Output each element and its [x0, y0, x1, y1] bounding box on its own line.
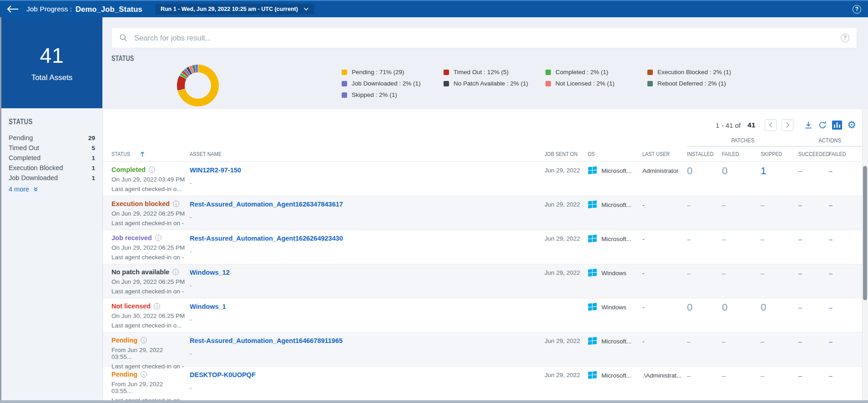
- patches-skipped: –: [761, 230, 764, 243]
- legend-swatch: [444, 70, 449, 75]
- actions-failed: –: [829, 367, 833, 379]
- last-user: -: [642, 298, 687, 332]
- vertical-scrollbar[interactable]: [862, 109, 868, 403]
- asset-cell: Rest-Assured_Automation_Agent16263478436…: [190, 196, 545, 230]
- column-header-asset-name: ASSET NAME: [190, 151, 545, 157]
- total-assets-value: 41: [40, 43, 64, 68]
- asset-cell: Rest-Assured_Automation_Agent16466789119…: [190, 332, 545, 370]
- os-cell: Microsoft...: [588, 196, 642, 230]
- status-chart-panel: STATUS Pending : 71% (29)Timed Out : 12%…: [103, 48, 868, 109]
- os-icon-wrap: [588, 337, 597, 370]
- legend-item: No Patch Available : 2% (1): [444, 79, 545, 88]
- info-icon[interactable]: i: [172, 269, 179, 275]
- asset-link[interactable]: Rest-Assured_Automation_Agent16263478436…: [190, 201, 343, 208]
- back-button[interactable]: [6, 5, 19, 13]
- refresh-button[interactable]: [818, 121, 827, 130]
- actions-failed: –: [829, 298, 833, 311]
- windows-logo-icon: [588, 200, 597, 209]
- asset-link[interactable]: Windows_12: [190, 269, 230, 276]
- legend-label: Pending : 71% (29): [352, 69, 404, 76]
- status-cell: Job receivediOn Jun 29, 2022 06:25 PMLas…: [103, 230, 190, 264]
- table-row: CompletediOn Jun 29, 2022 03:49 PMLast a…: [103, 162, 868, 196]
- legend-item: Completed : 2% (1): [545, 67, 647, 77]
- download-button[interactable]: [804, 121, 813, 130]
- asset-cell: DESKTOP-K0UOPQF-: [190, 367, 545, 403]
- actions-succeeded: –: [798, 230, 802, 243]
- run-selector[interactable]: Run 1 - Wed, Jun 29, 2022 10:25 am - UTC…: [155, 4, 314, 15]
- settings-button[interactable]: ⚙: [847, 121, 856, 130]
- os-name: Windows: [601, 268, 626, 298]
- help-icon[interactable]: ?: [853, 5, 861, 14]
- column-header-status[interactable]: STATUS: [103, 151, 190, 157]
- scrollbar-thumb[interactable]: [863, 166, 867, 300]
- sidebar-item-execution-blocked[interactable]: Execution Blocked1: [9, 163, 95, 173]
- column-header-last-user: LAST USER: [642, 151, 687, 157]
- column-header-failed: FAILED: [722, 151, 761, 157]
- status-date: On Jun 29, 2022 06:25 PM: [111, 278, 185, 285]
- os-icon-wrap: [588, 302, 597, 332]
- patches-skipped-cell: –: [761, 367, 798, 403]
- search-bar: ?: [111, 27, 857, 48]
- info-icon[interactable]: i: [141, 337, 147, 343]
- legend-label: Not Licensed : 2% (1): [555, 80, 615, 87]
- prev-page-button[interactable]: [765, 119, 777, 131]
- group-header-row: PATCHES ACTIONS: [103, 135, 868, 146]
- sidebar-item-completed[interactable]: Completed1: [9, 153, 95, 163]
- next-page-button[interactable]: [782, 119, 793, 131]
- job-sent-on: Jun 29, 2022: [545, 367, 588, 403]
- sidebar-item-timed-out[interactable]: Timed Out5: [9, 143, 95, 153]
- info-icon[interactable]: i: [149, 166, 155, 173]
- asset-link[interactable]: Windows_1: [190, 303, 226, 310]
- patches-failed: 0: [722, 162, 727, 176]
- os-name: Microsoft...: [601, 371, 631, 403]
- asset-link[interactable]: Rest-Assured_Automation_Agent16466789119…: [190, 337, 343, 344]
- info-icon[interactable]: i: [154, 303, 160, 309]
- search-help-icon[interactable]: ?: [841, 34, 849, 42]
- patches-installed: –: [687, 230, 691, 243]
- status-cell: Not licensediOn Jun 30, 2022 06:25 PMLas…: [103, 298, 190, 332]
- table-row: No patch availableiOn Jun 29, 2022 06:25…: [103, 264, 868, 298]
- chart-view-button[interactable]: [832, 121, 842, 130]
- info-icon[interactable]: i: [173, 201, 179, 207]
- status-cell: No patch availableiOn Jun 29, 2022 06:25…: [103, 264, 190, 298]
- legend-item: Pending : 71% (29): [342, 67, 444, 77]
- last-user: Administrator: [642, 162, 687, 196]
- patches-skipped-cell: –: [761, 230, 798, 264]
- pagination-range: 1 - 41 of: [716, 121, 741, 129]
- facet-more-link[interactable]: 4 more: [9, 186, 95, 193]
- os-name: Microsoft...: [601, 166, 631, 196]
- asset-link[interactable]: WIN12R2-97-150: [190, 166, 241, 174]
- status-date: On Jun 29, 2022 06:25 PM: [111, 244, 185, 251]
- actions-succeeded: –: [798, 196, 802, 209]
- status-donut-chart: [177, 65, 219, 106]
- legend-swatch: [444, 81, 449, 86]
- search-input[interactable]: [134, 34, 834, 42]
- asset-sub: -: [190, 384, 545, 391]
- legend-label: Completed : 2% (1): [555, 69, 608, 76]
- info-icon[interactable]: i: [155, 235, 161, 241]
- status-text: Job received: [111, 234, 152, 242]
- status-cell: PendingiFrom Jun 29, 2022 03:55...Last a…: [103, 367, 190, 403]
- patches-failed-cell: –: [722, 332, 761, 370]
- asset-link[interactable]: DESKTOP-K0UOPQF: [190, 371, 256, 378]
- facet-item-count: 1: [91, 155, 95, 161]
- windows-logo-icon: [588, 268, 597, 277]
- donut-hole: [185, 72, 211, 99]
- status-checkin: Last agent checked-in on -: [111, 254, 185, 261]
- chevron-down-icon: [303, 7, 309, 11]
- patches-skipped-cell: 1: [761, 162, 798, 196]
- actions-succeeded-cell: –: [798, 264, 829, 298]
- horizontal-scrollbar[interactable]: [0, 400, 868, 403]
- double-chevron-down-icon: [33, 187, 39, 192]
- asset-link[interactable]: Rest-Assured_Automation_Agent16262649234…: [190, 235, 343, 242]
- patches-skipped: 0: [761, 298, 766, 313]
- actions-succeeded-cell: –: [798, 298, 829, 332]
- patches-skipped-cell: –: [761, 332, 798, 370]
- sidebar-item-job-downloaded[interactable]: Job Downloaded1: [9, 173, 95, 183]
- os-cell: Microsoft...: [588, 367, 642, 403]
- asset-sub: -: [190, 316, 545, 323]
- sidebar-item-pending[interactable]: Pending29: [9, 133, 95, 143]
- patches-skipped[interactable]: 1: [761, 162, 766, 176]
- actions-succeeded: –: [798, 367, 802, 379]
- info-icon[interactable]: i: [141, 371, 147, 378]
